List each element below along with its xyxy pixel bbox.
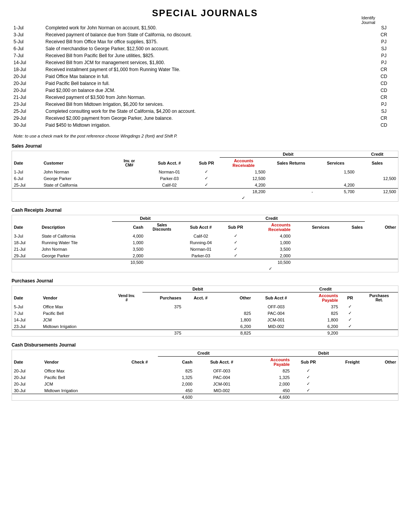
cd-freight: [325, 367, 361, 374]
pj-date: 7-Jul: [12, 310, 41, 316]
pj-subacct: OFF-003: [253, 303, 299, 310]
cd-other: [361, 381, 398, 387]
cr-services: [293, 252, 332, 259]
tx-description: Paid $2,000 on balance due JCM.: [44, 87, 369, 94]
cd-check: [121, 381, 158, 387]
cr-services: [293, 246, 332, 252]
pj-acct: [183, 310, 218, 316]
cd-vendor: Office Max: [42, 367, 122, 374]
cr-other-col: Other: [365, 222, 398, 233]
cr-debit-header: Debit: [112, 215, 179, 222]
sj-ar: 4,200: [220, 182, 267, 189]
sj-date-col: Date: [12, 158, 42, 169]
tx-journal: SJ: [369, 24, 398, 31]
cr-cash-total: 10,500: [112, 259, 145, 266]
cr-check-row: ✓: [12, 265, 398, 272]
pj-acct: [183, 303, 218, 310]
sj-check-row: ✓: [12, 195, 398, 201]
cr-ar: 4,000: [248, 233, 292, 239]
pj-subacct-col: Sub Acct #: [253, 292, 299, 304]
tx-date: 20-Jul: [12, 80, 44, 87]
sj-salesret-total: -: [267, 189, 315, 195]
identify-journal-label: IdentifyJournal: [361, 15, 375, 25]
cr-ar: 2,000: [248, 252, 292, 259]
cr-other: [365, 239, 398, 246]
cd-ap: 825: [249, 367, 291, 374]
tx-journal: CR: [369, 66, 398, 73]
pj-row: 23-Jul Midtown Irrigation 6,200 MID-002 …: [12, 323, 398, 330]
cr-cash-col: Cash: [112, 222, 145, 233]
pj-debit-header: Debit: [142, 286, 253, 292]
sj-ar-total: 18,200: [220, 189, 267, 195]
cr-cash: 3,500: [112, 246, 145, 252]
sj-invcm: [113, 168, 146, 175]
pj-other: 825: [218, 310, 253, 316]
pj-purchases-col: Purchases: [142, 292, 183, 304]
cr-cash: 4,000: [112, 233, 145, 239]
cd-subacct: JCM-001: [194, 381, 249, 387]
cd-freight: [325, 381, 361, 387]
cd-vendor: Midtown Irrigation: [42, 387, 122, 394]
tx-journal: CR: [369, 31, 398, 38]
tx-description: Completed work for John Norman on accoun…: [44, 24, 369, 31]
pj-other: [218, 303, 253, 310]
cd-subpr: ✓: [291, 387, 325, 394]
cr-services-col: Services: [293, 222, 332, 233]
sj-sales-total: 12,500: [356, 189, 398, 195]
sj-invcm: [113, 182, 146, 189]
cd-cash-col: Cash: [158, 357, 194, 368]
transaction-row: 20-Jul Paid Pacific Bell balance in full…: [12, 80, 398, 87]
tx-journal: CD: [369, 73, 398, 80]
sj-row: 6-Jul George Parker Parker-03 ✓ 12,500 1…: [12, 175, 398, 182]
cd-journal-container: Credit Debit Date Vendor Check # Cash Su…: [12, 350, 398, 401]
cd-ap: 2,000: [249, 381, 291, 387]
cr-ar: 1,000: [248, 239, 292, 246]
cd-cash: 2,000: [158, 381, 194, 387]
cr-credit-header: Credit: [179, 215, 365, 222]
cd-row: 20-Jul JCM 2,000 JCM-001 2,000 ✓: [12, 381, 398, 387]
tx-date: 7-Jul: [12, 52, 44, 59]
pj-vendor: JCM: [41, 316, 110, 323]
sj-ar-col: AccountsReceivable: [220, 158, 267, 169]
sj-salesret: [267, 182, 315, 189]
cr-ar-col: AccountsReceivable: [248, 222, 292, 233]
tx-date: 25-Jul: [12, 108, 44, 115]
sj-subpr: ✓: [193, 175, 220, 182]
pj-purchases: [142, 323, 183, 330]
tx-date: 3-Jul: [12, 31, 44, 38]
cr-services: [293, 239, 332, 246]
transaction-row: 6-Jul Sale of merchandise to George Park…: [12, 45, 398, 52]
cd-subacct: MID-002: [194, 387, 249, 394]
cr-sales: [331, 233, 364, 239]
pj-purchases: 375: [142, 303, 183, 310]
cd-vendor-col: Vendor: [42, 357, 122, 368]
tx-description: Received Bill from Pacific Bell for June…: [44, 52, 369, 59]
sj-services-total: 5,700: [315, 189, 357, 195]
sj-invcm: [113, 175, 146, 182]
tx-journal: CD: [369, 122, 398, 129]
tx-description: Received payment of balance due from Sta…: [44, 31, 369, 38]
cd-vendor: JCM: [42, 381, 122, 387]
cr-row: 29-Jul George Parker 2,000 Parker-03 ✓ 2…: [12, 252, 398, 259]
cr-salesdis: [145, 233, 178, 239]
cd-check: [121, 367, 158, 374]
cr-subpr: ✓: [223, 252, 248, 259]
cr-salesdis-col: SalesDiscounts: [145, 222, 178, 233]
cd-journal-title: Cash Disbursements Journal: [12, 342, 398, 348]
sj-row: 25-Jul State of California Calif-02 ✓ 4,…: [12, 182, 398, 189]
transaction-row: 30-Jul Paid $450 to Midtown irrigation. …: [12, 122, 398, 129]
pj-other: 6,200: [218, 323, 253, 330]
tx-journal: CD: [369, 80, 398, 87]
tx-description: Paid Office Max balance in full.: [44, 73, 369, 80]
cd-check: [121, 374, 158, 381]
pj-ap: 6,200: [299, 323, 340, 330]
cd-ap: 450: [249, 387, 291, 394]
cr-salesdis: [145, 239, 178, 246]
cr-salesdis: [145, 252, 178, 259]
cr-sales: [331, 239, 364, 246]
pj-purchret: [360, 316, 398, 323]
pj-other-total: 8,825: [218, 330, 253, 337]
cr-subacct: Parker-03: [179, 252, 223, 259]
pj-purchret: [360, 323, 398, 330]
cr-ar: 3,500: [248, 246, 292, 252]
